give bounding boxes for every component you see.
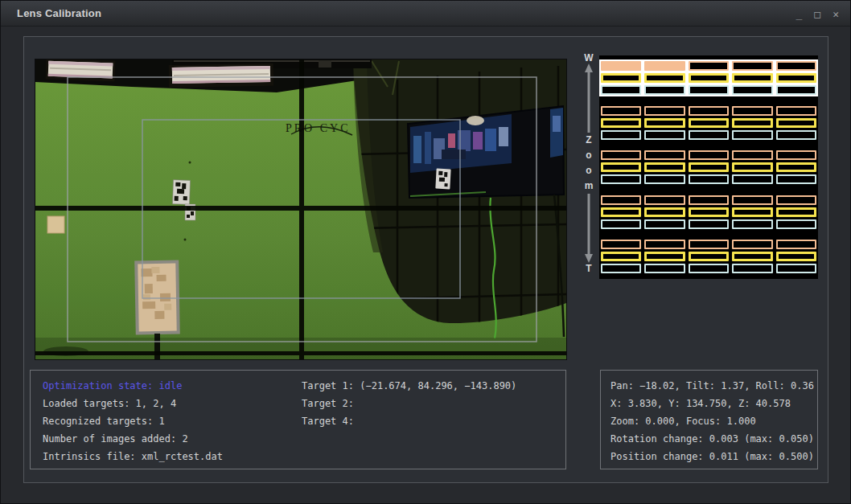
coverage-cell	[689, 106, 729, 116]
coverage-cell	[776, 207, 816, 217]
coverage-cell	[689, 73, 729, 83]
coverage-cell	[644, 162, 684, 172]
coverage-cell	[689, 162, 729, 172]
coverage-cell	[689, 174, 729, 184]
coverage-cell	[644, 240, 684, 249]
coverage-cell	[776, 252, 816, 261]
coverage-row-mid	[601, 73, 816, 83]
coverage-cell	[776, 150, 816, 160]
coverage-cell	[732, 61, 772, 71]
optimization-state: Optimization state: idle	[43, 377, 223, 395]
loaded-targets: Loaded targets: 1, 2, 4	[43, 395, 223, 412]
lens-calibration-window: Lens Calibration _ □ ✕	[0, 0, 851, 504]
zoom-coverage-grid	[599, 55, 818, 279]
close-icon[interactable]: ✕	[832, 9, 839, 19]
coverage-cell	[644, 195, 684, 205]
coverage-cell	[776, 219, 816, 229]
coverage-row-near	[601, 195, 816, 205]
coverage-cell	[601, 130, 641, 140]
coverage-group	[599, 238, 818, 275]
coverage-cell	[776, 264, 816, 273]
coverage-cell	[732, 219, 772, 229]
coverage-cell	[776, 240, 816, 249]
zoom-axis-letter: m	[585, 178, 594, 194]
coverage-cell	[644, 264, 684, 273]
coverage-cell	[601, 207, 641, 217]
position-change: Position change: 0.011 (max: 0.500)	[610, 448, 817, 465]
coverage-cell	[644, 106, 684, 116]
coverage-cell	[732, 174, 772, 184]
status-panel: Optimization state: idle Loaded targets:…	[30, 370, 566, 469]
target-2: Target 2:	[302, 395, 516, 412]
coverage-cell	[644, 118, 684, 128]
coverage-cell	[732, 118, 772, 128]
tele-label: T	[586, 263, 591, 274]
coverage-cell	[732, 240, 772, 249]
coverage-cell	[776, 174, 816, 184]
coverage-cell	[732, 85, 772, 95]
coverage-cell	[776, 162, 816, 172]
coverage-cell	[776, 118, 816, 128]
coverage-cell	[776, 61, 816, 71]
coverage-row-mid	[601, 162, 816, 172]
coverage-cell	[644, 85, 684, 95]
coverage-cell	[776, 195, 816, 205]
window-controls: _ □ ✕	[796, 1, 839, 27]
coverage-cell	[689, 150, 729, 160]
zoom-focus: Zoom: 0.000, Focus: 1.000	[610, 412, 817, 430]
zoom-axis-rail: W Z o o m T	[582, 52, 596, 281]
coverage-cell	[601, 195, 641, 205]
coverage-row-far	[601, 85, 816, 95]
coverage-cell	[732, 264, 772, 273]
coverage-cell	[601, 150, 641, 160]
coverage-row-far	[601, 130, 816, 140]
coverage-row-far	[601, 219, 816, 229]
arrow-down-icon	[584, 194, 594, 263]
coverage-cell	[689, 207, 729, 217]
coverage-cell	[601, 73, 641, 83]
coverage-row-far	[601, 174, 816, 184]
coverage-cell	[689, 118, 729, 128]
maximize-icon[interactable]: □	[814, 9, 820, 19]
coverage-cell	[689, 130, 729, 140]
zoom-axis-letter: Z	[586, 133, 591, 148]
coverage-cell	[776, 73, 816, 83]
camera-preview[interactable]: PRO CYC	[35, 59, 567, 360]
coverage-row-near	[601, 240, 816, 249]
coverage-cell	[776, 106, 816, 116]
target-1: Target 1: (−21.674, 84.296, −143.890)	[302, 377, 516, 395]
coverage-cell	[732, 130, 772, 140]
coverage-row-mid	[601, 252, 816, 261]
rotation-change: Rotation change: 0.003 (max: 0.050)	[610, 430, 817, 448]
coverage-group	[599, 194, 818, 231]
coverage-cell	[689, 252, 729, 261]
coverage-group	[599, 59, 818, 96]
coverage-row-near	[601, 106, 816, 116]
xyz-position: X: 3.830, Y: 134.750, Z: 40.578	[610, 395, 817, 412]
coverage-cell	[689, 85, 729, 95]
images-added: Number of images added: 2	[43, 430, 223, 448]
coverage-row-mid	[601, 118, 816, 128]
coverage-cell	[732, 207, 772, 217]
recognized-targets: Recognized targets: 1	[43, 412, 223, 430]
coverage-cell	[644, 174, 684, 184]
coverage-cell	[601, 162, 641, 172]
minimize-icon[interactable]: _	[796, 9, 803, 19]
coverage-cell	[689, 240, 729, 249]
coverage-cell	[601, 61, 641, 71]
titlebar[interactable]: Lens Calibration _ □ ✕	[1, 1, 850, 27]
camera-pose-panel: Pan: −18.02, Tilt: 1.37, Roll: 0.36 X: 3…	[600, 370, 818, 469]
coverage-cell	[732, 106, 772, 116]
status-column: Optimization state: idle Loaded targets:…	[43, 377, 223, 465]
zoom-axis-letter: o	[586, 163, 591, 178]
coverage-cell	[732, 150, 772, 160]
coverage-cell	[644, 207, 684, 217]
coverage-group	[599, 149, 818, 186]
coverage-cell	[601, 85, 641, 95]
coverage-cell	[601, 252, 641, 261]
coverage-cell	[601, 240, 641, 249]
coverage-cell	[601, 118, 641, 128]
coverage-cell	[689, 195, 729, 205]
wide-label: W	[584, 52, 593, 64]
zoom-axis-letter: o	[586, 148, 591, 163]
